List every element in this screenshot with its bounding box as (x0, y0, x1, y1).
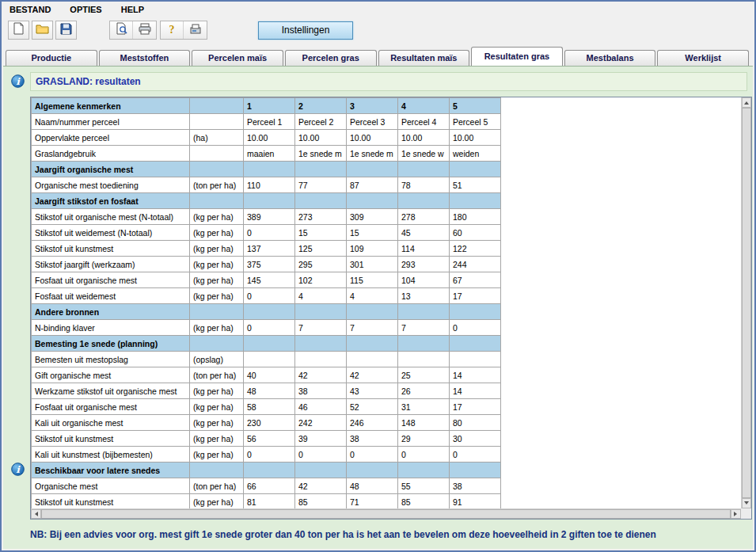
row-label: Stikstof uit weidemest (N-totaal) (32, 225, 190, 241)
column-header: 5 (450, 98, 501, 114)
info-icon[interactable]: i (11, 74, 25, 88)
tab-meststoffen[interactable]: Meststoffen (99, 50, 191, 66)
row-unit: (kg per ha) (190, 225, 244, 241)
footer-note: NB: Bij een advies voor org. mest gift 1… (30, 529, 656, 540)
value-cell: 0 (450, 447, 501, 463)
data-row: Fosfaat uit organische mest(kg per ha)58… (32, 399, 501, 415)
row-label: Graslandgebruik (32, 146, 190, 162)
value-cell: 10.00 (295, 130, 347, 146)
value-cell: 10.00 (244, 130, 295, 146)
value-cell: 0 (244, 320, 295, 336)
print-preview-button[interactable] (110, 21, 133, 39)
data-row: Stikstof uit weidemest (N-totaal)(kg per… (32, 225, 501, 241)
column-header: 3 (347, 98, 398, 114)
row-unit (190, 336, 244, 352)
row-label: Stikstof uit kunstmest (32, 241, 190, 257)
data-row: Organische mest toediening(ton per ha)11… (32, 177, 501, 193)
value-cell: 52 (347, 399, 398, 415)
value-cell: 85 (398, 494, 450, 510)
value-cell (244, 162, 295, 177)
value-cell: 0 (244, 288, 295, 304)
row-label: Kali uit kunstmest (bijbemesten) (32, 447, 190, 463)
tab-mestbalans[interactable]: Mestbalans (564, 50, 656, 66)
row-unit: (kg per ha) (190, 241, 244, 257)
value-cell: 66 (244, 478, 295, 494)
value-cell: 14 (450, 367, 501, 383)
value-cell: Perceel 1 (244, 114, 295, 130)
help-button[interactable]: ? (161, 21, 184, 39)
data-row: Fosfaat uit weidemest(kg per ha)0441317 (32, 288, 501, 304)
data-row: N-binding klaver(kg per ha)07770 (32, 320, 501, 336)
value-cell: 87 (347, 177, 398, 193)
value-cell (347, 336, 398, 352)
tab-productie[interactable]: Productie (6, 50, 97, 66)
value-cell: 17 (450, 399, 501, 415)
value-cell: 30 (450, 431, 501, 447)
tab-percelen-gras[interactable]: Percelen gras (285, 50, 377, 66)
value-cell (295, 162, 347, 177)
section-row: Jaargift stikstof en fosfaat (32, 193, 501, 209)
horizontal-scrollbar[interactable] (31, 508, 741, 519)
tab-resultaten-mais[interactable]: Resultaten maïs (378, 50, 470, 66)
scrollbar-corner (741, 508, 751, 519)
tab-werklijst[interactable]: Werklijst (657, 50, 749, 66)
value-cell: Perceel 3 (347, 114, 398, 130)
value-cell: 45 (398, 225, 450, 241)
save-icon (60, 23, 72, 38)
value-cell: maaien (244, 146, 295, 162)
data-row: Bemesten uit mestopslag(opslag) (32, 352, 501, 367)
data-row: Fosfaat uit organische mest(kg per ha)14… (32, 272, 501, 288)
tab-bar: Productie Meststoffen Percelen maïs Perc… (2, 44, 754, 66)
value-cell (347, 352, 398, 367)
row-unit (190, 162, 244, 177)
row-label: Fosfaat uit organische mest (32, 272, 190, 288)
vertical-scrollbar[interactable] (741, 97, 751, 508)
tab-percelen-mais[interactable]: Percelen maïs (192, 50, 283, 66)
title-band: GRASLAND: resultaten (30, 72, 747, 91)
value-cell (347, 193, 398, 209)
column-header: 4 (398, 98, 450, 114)
row-label: Oppervlakte perceel (32, 130, 190, 146)
value-cell: 7 (295, 320, 347, 336)
value-cell: 273 (295, 209, 347, 225)
menu-help[interactable]: HELP (121, 5, 144, 14)
open-button[interactable] (32, 21, 53, 40)
row-unit (190, 304, 244, 320)
value-cell (450, 304, 501, 320)
row-label: Kali uit organische mest (32, 415, 190, 431)
menu-bestand[interactable]: BESTAND (9, 5, 51, 14)
value-cell (295, 352, 347, 367)
value-cell: 26 (398, 383, 450, 399)
horizontal-scroll-thumb[interactable] (41, 509, 731, 519)
settings-button[interactable]: Instellingen (258, 21, 353, 40)
scroll-up-button[interactable] (742, 97, 751, 108)
value-cell (398, 352, 450, 367)
value-cell (398, 463, 450, 478)
print-button[interactable] (133, 21, 156, 39)
tab-resultaten-gras[interactable]: Resultaten gras (471, 47, 563, 66)
value-cell: 293 (398, 257, 450, 272)
scroll-right-button[interactable] (731, 509, 741, 519)
data-row: Stikstof uit kunstmest(kg per ha)5639382… (32, 431, 501, 447)
value-cell (244, 304, 295, 320)
row-label: Stikstof uit kunstmest (32, 494, 190, 510)
data-row: Stikstof uit kunstmest(kg per ha)8185718… (32, 494, 501, 510)
row-label: Fosfaat uit weidemest (32, 288, 190, 304)
scroll-down-button[interactable] (742, 498, 751, 508)
save-button[interactable] (55, 21, 77, 40)
value-cell: 43 (347, 383, 398, 399)
vertical-scroll-thumb[interactable] (742, 108, 751, 498)
data-row: Stikstof uit organische mest (N-totaal)(… (32, 209, 501, 225)
fax-button[interactable] (184, 21, 207, 39)
menu-bar: BESTAND OPTIES HELP (2, 2, 754, 17)
row-unit (190, 463, 244, 478)
new-button[interactable] (8, 21, 29, 40)
row-unit: (ton per ha) (190, 177, 244, 193)
info-icon-later-snedes[interactable]: i (11, 463, 25, 476)
value-cell: 31 (398, 399, 450, 415)
row-unit: (kg per ha) (190, 272, 244, 288)
scroll-left-button[interactable] (31, 509, 41, 519)
value-cell: 0 (450, 320, 501, 336)
row-unit: (kg per ha) (190, 431, 244, 447)
menu-opties[interactable]: OPTIES (70, 5, 101, 14)
